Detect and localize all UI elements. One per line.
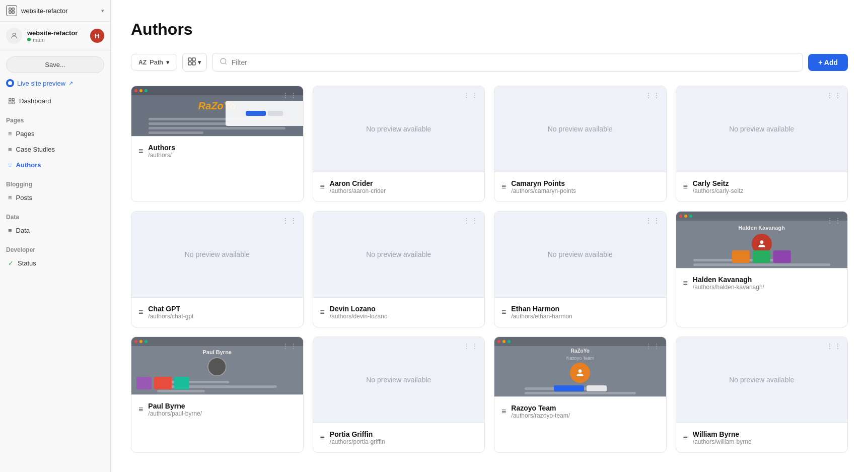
sidebar: website-refactor ▾ website-refactor main… bbox=[0, 0, 111, 472]
view-toggle-button[interactable]: ▾ bbox=[182, 53, 207, 72]
sidebar-item-status[interactable]: ✓ Status bbox=[2, 255, 108, 271]
sidebar-item-pages[interactable]: ≡ Pages bbox=[2, 126, 108, 142]
sidebar-header: website-refactor ▾ bbox=[0, 0, 110, 22]
sidebar-item-label: Status bbox=[18, 259, 36, 267]
card-camaryn-points[interactable]: ⋮⋮ No preview available ≡ Camaryn Points… bbox=[494, 86, 667, 202]
card-razoyo-team[interactable]: RaZoYo Razoyo Team ⋮⋮ ≡ bbox=[494, 336, 667, 453]
card-preview-wrapper: ⋮⋮ No preview available bbox=[313, 86, 485, 172]
card-info: ≡ Aaron Crider /authors/aaron-crider bbox=[313, 172, 485, 201]
svg-rect-12 bbox=[188, 62, 191, 65]
card-text: Carly Seitz /authors/carly-seitz bbox=[693, 179, 744, 194]
svg-rect-8 bbox=[9, 102, 11, 104]
card-preview-wrapper: ⋮⋮ No preview available bbox=[313, 212, 485, 297]
sidebar-item-label: Data bbox=[16, 227, 30, 234]
avatar[interactable]: H bbox=[90, 29, 104, 43]
svg-rect-2 bbox=[9, 11, 11, 13]
card-preview-wrapper: Paul Byrne ⋮⋮ bbox=[131, 337, 303, 394]
chart-icon bbox=[8, 98, 15, 105]
card-preview-empty: ⋮⋮ No preview available bbox=[494, 212, 666, 297]
card-preview-image: RaZoYo Razoyo Team bbox=[494, 337, 666, 396]
svg-line-15 bbox=[225, 63, 227, 64]
sidebar-section-data: Data bbox=[0, 206, 110, 223]
card-aaron-crider[interactable]: ⋮⋮ No preview available ≡ Aaron Crider /… bbox=[313, 86, 485, 202]
repo-avatar bbox=[6, 28, 22, 44]
no-preview-label: No preview available bbox=[185, 250, 250, 258]
card-name: Ethan Harmon bbox=[511, 305, 572, 313]
card-carly-seitz[interactable]: ⋮⋮ No preview available ≡ Carly Seitz /a… bbox=[676, 86, 848, 202]
hamburger-icon: ≡ bbox=[501, 182, 506, 191]
card-info: ≡ Portia Griffin /authors/portia-griffin bbox=[313, 423, 485, 452]
card-preview-wrapper: ⋮⋮ No preview available bbox=[313, 337, 485, 423]
card-path: /authors/portia-griffin bbox=[330, 438, 385, 445]
sort-button[interactable]: AZ Path ▾ bbox=[131, 54, 177, 71]
repo-selector[interactable]: website-refactor bbox=[6, 5, 67, 16]
card-name: Paul Byrne bbox=[148, 402, 202, 410]
card-text: Halden Kavanagh /authors/halden-kavanagh… bbox=[693, 276, 764, 291]
filter-input[interactable] bbox=[232, 58, 795, 66]
card-text: Portia Griffin /authors/portia-griffin bbox=[330, 430, 385, 445]
hamburger-icon: ≡ bbox=[683, 182, 688, 191]
card-name: Razoyo Team bbox=[511, 404, 570, 412]
live-preview-link[interactable]: Live site preview ↗ bbox=[6, 79, 104, 87]
save-button[interactable]: Save... bbox=[6, 56, 104, 73]
card-preview-wrapper: ⋮⋮ No preview available bbox=[494, 86, 666, 172]
card-text: Ethan Harmon /authors/ethan-harmon bbox=[511, 305, 572, 320]
card-william-byrne[interactable]: ⋮⋮ No preview available ≡ William Byrne … bbox=[676, 336, 848, 453]
check-circle-icon: ✓ bbox=[8, 259, 14, 267]
profile-branch: main bbox=[27, 37, 78, 43]
external-link-icon: ↗ bbox=[68, 80, 73, 87]
drag-dots-icon: ⋮⋮ bbox=[645, 91, 661, 99]
svg-rect-0 bbox=[9, 8, 11, 10]
card-preview-wrapper: ⋮⋮ No preview available bbox=[131, 212, 303, 297]
card-portia-griffin[interactable]: ⋮⋮ No preview available ≡ Portia Griffin… bbox=[313, 336, 485, 453]
sidebar-item-label: Case Studies bbox=[16, 146, 55, 153]
card-preview-wrapper: ⋮⋮ No preview available bbox=[494, 212, 666, 297]
sort-icon: AZ bbox=[138, 59, 147, 66]
card-preview-empty: ⋮⋮ No preview available bbox=[494, 86, 666, 172]
hamburger-icon: ≡ bbox=[320, 182, 325, 191]
card-ethan-harmon[interactable]: ⋮⋮ No preview available ≡ Ethan Harmon /… bbox=[494, 211, 667, 327]
sidebar-section-pages: Pages bbox=[0, 109, 110, 126]
card-info: ≡ Carly Seitz /authors/carly-seitz bbox=[676, 172, 848, 201]
card-info: ≡ Camaryn Points /authors/camaryn-points bbox=[494, 172, 666, 201]
card-name: Authors bbox=[148, 144, 175, 152]
svg-point-5 bbox=[8, 81, 12, 85]
card-info: ≡ Paul Byrne /authors/paul-byrne/ bbox=[131, 394, 303, 424]
card-authors[interactable]: RaZoYo ⋮⋮ ≡ Authors /aut bbox=[131, 86, 304, 202]
profile-info: website-refactor main bbox=[27, 29, 78, 43]
card-preview-wrapper: ⋮⋮ No preview available bbox=[676, 86, 848, 172]
authors-grid: RaZoYo ⋮⋮ ≡ Authors /aut bbox=[131, 86, 848, 453]
card-halden-kavanagh[interactable]: Halden Kavanagh ⋮⋮ ≡ bbox=[676, 211, 848, 327]
hamburger-icon: ≡ bbox=[138, 147, 143, 156]
hamburger-icon: ≡ bbox=[138, 308, 143, 317]
card-text: Paul Byrne /authors/paul-byrne/ bbox=[148, 402, 202, 417]
card-preview-wrapper: Halden Kavanagh ⋮⋮ bbox=[676, 212, 848, 268]
list-icon: ≡ bbox=[8, 194, 12, 201]
drag-dots-icon: ⋮⋮ bbox=[463, 217, 479, 225]
list-icon: ≡ bbox=[8, 146, 12, 153]
card-paul-byrne[interactable]: Paul Byrne ⋮⋮ ≡ Paul bbox=[131, 336, 304, 453]
sidebar-item-authors[interactable]: ≡ Authors bbox=[2, 157, 108, 173]
profile-name: website-refactor bbox=[27, 29, 78, 37]
hamburger-icon: ≡ bbox=[320, 433, 325, 442]
drag-dots-icon: ⋮⋮ bbox=[826, 217, 842, 225]
live-preview-icon bbox=[6, 79, 14, 87]
sidebar-item-data[interactable]: ≡ Data bbox=[2, 223, 108, 238]
toolbar: AZ Path ▾ ▾ + Add bbox=[131, 53, 848, 72]
card-devin-lozano[interactable]: ⋮⋮ No preview available ≡ Devin Lozano /… bbox=[313, 211, 485, 327]
chevron-down-icon: ▾ bbox=[166, 58, 170, 66]
card-text: Chat GPT /authors/chat-gpt bbox=[148, 305, 193, 320]
drag-dots-icon: ⋮⋮ bbox=[282, 217, 298, 225]
sidebar-item-dashboard[interactable]: Dashboard bbox=[2, 93, 108, 109]
drag-dots-icon: ⋮⋮ bbox=[463, 91, 479, 99]
card-chat-gpt[interactable]: ⋮⋮ No preview available ≡ Chat GPT /auth… bbox=[131, 211, 304, 327]
no-preview-label: No preview available bbox=[366, 250, 431, 258]
card-info: ≡ Ethan Harmon /authors/ethan-harmon bbox=[494, 297, 666, 327]
hamburger-icon: ≡ bbox=[683, 279, 688, 288]
sidebar-item-posts[interactable]: ≡ Posts bbox=[2, 190, 108, 206]
sidebar-item-case-studies[interactable]: ≡ Case Studies bbox=[2, 142, 108, 157]
card-path: /authors/camaryn-points bbox=[511, 187, 576, 194]
search-icon bbox=[220, 57, 228, 67]
branch-status-dot bbox=[27, 38, 31, 41]
add-button[interactable]: + Add bbox=[808, 54, 848, 71]
